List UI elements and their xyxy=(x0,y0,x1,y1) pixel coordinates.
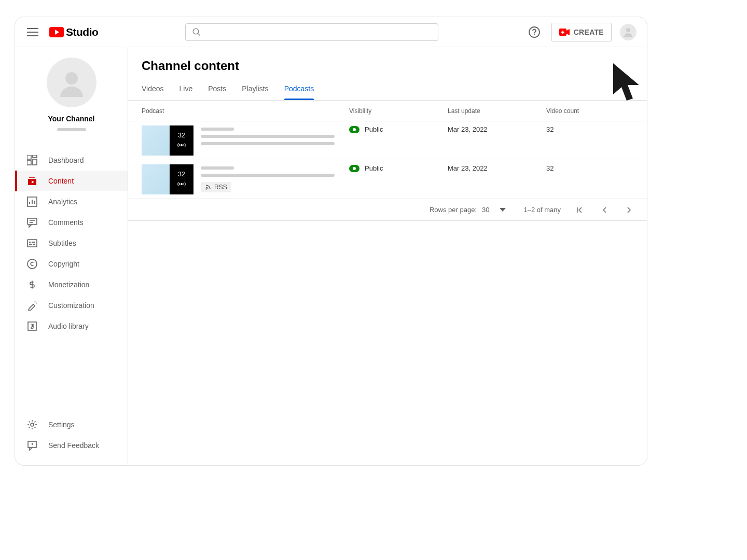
channel-avatar[interactable] xyxy=(47,58,96,107)
sidebar-item-monetization[interactable]: Monetization xyxy=(15,274,128,295)
studio-logo[interactable]: Studio xyxy=(49,26,98,38)
create-camera-icon xyxy=(559,29,570,36)
visibility-label: Public xyxy=(365,164,383,172)
svg-point-18 xyxy=(181,144,183,146)
visibility-cell[interactable]: Public xyxy=(349,164,448,172)
content-tabs: Videos Live Posts Playlists Podcasts xyxy=(128,78,647,101)
sidebar-item-label: Audio library xyxy=(48,322,89,330)
tab-live[interactable]: Live xyxy=(179,78,193,100)
sidebar-item-label: Customization xyxy=(48,301,94,310)
thumbnail-overlay: 32 xyxy=(170,164,193,194)
brand-text: Studio xyxy=(66,26,98,38)
customization-icon xyxy=(26,300,38,311)
svg-point-5 xyxy=(65,72,78,85)
tab-posts[interactable]: Posts xyxy=(208,78,226,100)
svg-rect-8 xyxy=(33,159,37,165)
pager-range: 1–2 of many xyxy=(523,206,561,214)
create-button[interactable]: CREATE xyxy=(551,23,612,41)
visibility-icon xyxy=(349,165,359,172)
help-button[interactable] xyxy=(525,23,543,41)
create-label: CREATE xyxy=(574,28,604,36)
sidebar-item-audio-library[interactable]: Audio library xyxy=(15,316,128,337)
monetization-icon xyxy=(26,279,38,290)
sidebar-bottom: Settings Send Feedback xyxy=(15,408,128,465)
video-count-cell: 32 xyxy=(546,125,645,133)
feedback-icon xyxy=(26,440,38,451)
rows-per-page-dropdown[interactable] xyxy=(494,208,511,212)
last-update-cell: Mar 23, 2022 xyxy=(448,164,546,172)
sidebar-item-analytics[interactable]: Analytics xyxy=(15,191,128,212)
rss-chip[interactable]: RSS xyxy=(201,182,231,192)
dropdown-icon xyxy=(500,208,506,212)
rss-icon xyxy=(205,184,211,190)
sidebar-item-settings[interactable]: Settings xyxy=(15,414,128,435)
account-avatar[interactable] xyxy=(620,24,637,40)
col-last-update: Last update xyxy=(448,107,546,115)
svg-rect-6 xyxy=(27,155,31,159)
sidebar-item-comments[interactable]: Comments xyxy=(15,212,128,233)
podcast-title-placeholder xyxy=(201,125,335,156)
tab-podcasts[interactable]: Podcasts xyxy=(284,78,314,100)
search-input[interactable] xyxy=(185,23,438,41)
youtube-icon xyxy=(49,27,64,37)
search-icon xyxy=(192,27,201,37)
svg-rect-13 xyxy=(27,240,37,247)
svg-point-14 xyxy=(27,259,37,269)
sidebar-item-label: Dashboard xyxy=(48,156,84,164)
tab-playlists[interactable]: Playlists xyxy=(242,78,268,100)
pager-prev[interactable] xyxy=(598,204,611,216)
svg-point-4 xyxy=(626,28,630,32)
sidebar-item-feedback[interactable]: Send Feedback xyxy=(15,435,128,456)
sidebar-item-label: Analytics xyxy=(48,198,77,206)
topbar: Studio CREATE xyxy=(15,17,647,47)
podcast-icon xyxy=(177,141,186,149)
table-pager: Rows per page: 30 1–2 of many xyxy=(128,199,647,221)
svg-point-20 xyxy=(205,188,206,189)
chevron-right-icon xyxy=(625,206,633,214)
col-visibility: Visibility xyxy=(349,107,448,115)
sidebar-item-label: Copyright xyxy=(48,260,79,268)
podcast-thumbnail[interactable]: 32 xyxy=(142,164,193,194)
app-window: Studio CREATE Your xyxy=(15,17,647,466)
sidebar-item-copyright[interactable]: Copyright xyxy=(15,254,128,274)
help-icon xyxy=(528,26,541,38)
podcast-title-placeholder: RSS xyxy=(201,164,335,194)
avatar-placeholder-icon xyxy=(56,67,87,98)
pager-next[interactable] xyxy=(623,204,635,216)
sidebar-item-subtitles[interactable]: Subtitles xyxy=(15,233,128,254)
sidebar-item-customization[interactable]: Customization xyxy=(15,295,128,316)
page-title: Channel content xyxy=(128,47,647,78)
table-row[interactable]: 32 Public Mar 23, 2022 32 xyxy=(128,121,647,160)
sidebar-item-dashboard[interactable]: Dashboard xyxy=(15,150,128,171)
svg-point-2 xyxy=(534,34,535,35)
podcast-icon xyxy=(177,180,186,188)
first-page-icon xyxy=(575,206,584,214)
svg-rect-7 xyxy=(33,155,37,158)
thumbnail-overlay: 32 xyxy=(170,125,193,156)
channel-handle-placeholder xyxy=(57,128,86,131)
dashboard-icon xyxy=(26,155,38,166)
sidebar-item-label: Content xyxy=(48,177,74,185)
sidebar-item-content[interactable]: Content xyxy=(15,171,128,191)
pager-first[interactable] xyxy=(573,204,586,216)
audio-library-icon xyxy=(26,320,38,332)
channel-name: Your Channel xyxy=(48,115,95,123)
sidebar-nav: Dashboard Content Analytics Comments Sub… xyxy=(15,139,128,337)
podcast-thumbnail[interactable]: 32 xyxy=(142,125,193,156)
visibility-cell[interactable]: Public xyxy=(349,125,448,133)
overlay-count: 32 xyxy=(178,132,185,139)
chevron-left-icon xyxy=(600,206,608,214)
menu-button[interactable] xyxy=(25,25,40,39)
table-row[interactable]: 32 RSS Public xyxy=(128,160,647,199)
rows-per-page-value: 30 xyxy=(482,206,489,214)
settings-icon xyxy=(26,419,38,430)
channel-block: Your Channel xyxy=(15,47,128,139)
avatar-icon xyxy=(622,26,634,38)
table-header: Podcast Visibility Last update Video cou… xyxy=(128,101,647,121)
video-count-cell: 32 xyxy=(546,164,645,172)
comments-icon xyxy=(26,217,38,228)
copyright-icon xyxy=(26,258,38,270)
tab-videos[interactable]: Videos xyxy=(142,78,164,100)
col-podcast: Podcast xyxy=(142,107,349,115)
svg-rect-9 xyxy=(27,161,31,165)
